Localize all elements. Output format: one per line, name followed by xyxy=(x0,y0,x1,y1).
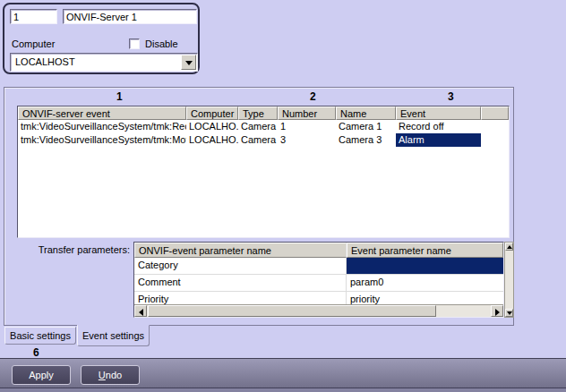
annotation-6: 6 xyxy=(33,346,39,359)
disable-label: Disable xyxy=(145,38,178,49)
computer-combobox-value: LOCALHOST xyxy=(15,56,75,67)
transfer-table-header-row: ONVIF-event parameter name Event paramet… xyxy=(134,243,503,258)
right-arrow-icon xyxy=(495,309,500,316)
onvif-event-table: ONVIF-server event Computer Type Number … xyxy=(17,106,510,238)
column-header-type[interactable]: Type xyxy=(238,107,278,120)
cell-computer[interactable]: LOCALHO.. xyxy=(186,133,238,147)
tab-basic-settings[interactable]: Basic settings xyxy=(4,327,76,345)
scroll-up-button[interactable] xyxy=(505,243,513,251)
column-header-onvif-param[interactable]: ONVIF-event parameter name xyxy=(134,243,347,258)
cell-param-value-selected[interactable] xyxy=(347,258,503,274)
computer-label: Computer xyxy=(12,38,55,49)
bottom-toolbar: Apply Undo xyxy=(0,358,566,388)
window-bottom-edge xyxy=(0,388,566,392)
cell-number[interactable]: 1 xyxy=(278,120,336,133)
transfer-parameters-label: Transfer parameters: xyxy=(21,244,130,255)
transfer-parameters-table: ONVIF-event parameter name Event paramet… xyxy=(133,242,504,318)
disable-checkbox[interactable] xyxy=(129,38,140,49)
table-row[interactable]: Category xyxy=(134,258,503,275)
scrollbar-thumb[interactable] xyxy=(148,305,436,317)
horizontal-scrollbar[interactable] xyxy=(134,304,503,317)
apply-button[interactable]: Apply xyxy=(12,365,71,385)
chevron-down-icon xyxy=(185,61,193,65)
undo-button[interactable]: Undo xyxy=(81,365,140,385)
cell-param-name[interactable]: Comment xyxy=(134,275,347,291)
table-row[interactable]: tmk:VideoSurveillanceSystem/tmk:Recor.. … xyxy=(18,120,509,133)
down-arrow-icon xyxy=(507,311,512,315)
cell-type[interactable]: Camera xyxy=(238,133,278,147)
cell-computer[interactable]: LOCALHO.. xyxy=(186,120,238,133)
computer-combobox[interactable]: LOCALHOST xyxy=(10,53,198,72)
table-row[interactable]: Comment param0 xyxy=(134,275,503,292)
scroll-right-button[interactable] xyxy=(491,305,503,317)
up-arrow-icon xyxy=(507,245,512,249)
cell-param-name[interactable]: Category xyxy=(134,258,347,274)
combobox-dropdown-button[interactable] xyxy=(181,55,196,70)
column-header-spacer xyxy=(481,107,509,120)
left-arrow-icon xyxy=(139,309,143,316)
server-identity-groupbox: Computer Disable LOCALHOST xyxy=(3,3,200,74)
server-number-field[interactable] xyxy=(10,9,57,24)
cell-number[interactable]: 3 xyxy=(278,133,336,147)
cell-event-selected[interactable]: Alarm xyxy=(396,133,481,147)
column-header-event-param[interactable]: Event parameter name xyxy=(347,243,503,258)
scroll-down-button[interactable] xyxy=(505,309,513,317)
scroll-left-button[interactable] xyxy=(134,305,147,317)
cell-param-value[interactable]: param0 xyxy=(347,275,503,291)
column-header-number[interactable]: Number xyxy=(278,107,336,120)
column-header-onvif-server-event[interactable]: ONVIF-server event xyxy=(18,107,186,120)
server-name-field[interactable] xyxy=(63,9,197,24)
cell-name[interactable]: Camera 1 xyxy=(336,120,396,133)
cell-type[interactable]: Camera xyxy=(238,120,278,133)
column-header-name[interactable]: Name xyxy=(336,107,396,120)
column-header-computer[interactable]: Computer xyxy=(186,107,238,120)
cell-onvif-event[interactable]: tmk:VideoSurveillanceSystem/tmk:Recor.. xyxy=(18,120,186,133)
table-row[interactable]: tmk:VideoSurveillanceSystem/tmk:Motio.. … xyxy=(18,133,509,147)
cell-onvif-event[interactable]: tmk:VideoSurveillanceSystem/tmk:Motio.. xyxy=(18,133,186,147)
cell-name[interactable]: Camera 3 xyxy=(336,133,396,147)
onvif-server-settings-window: Computer Disable LOCALHOST 1 2 3 4 5 6 O… xyxy=(0,0,566,392)
column-header-event[interactable]: Event xyxy=(396,107,481,120)
event-table-header-row: ONVIF-server event Computer Type Number … xyxy=(18,107,509,120)
tab-event-settings[interactable]: Event settings xyxy=(77,325,150,346)
cell-event[interactable]: Record off xyxy=(396,120,481,133)
vertical-scrollbar[interactable] xyxy=(504,242,514,318)
